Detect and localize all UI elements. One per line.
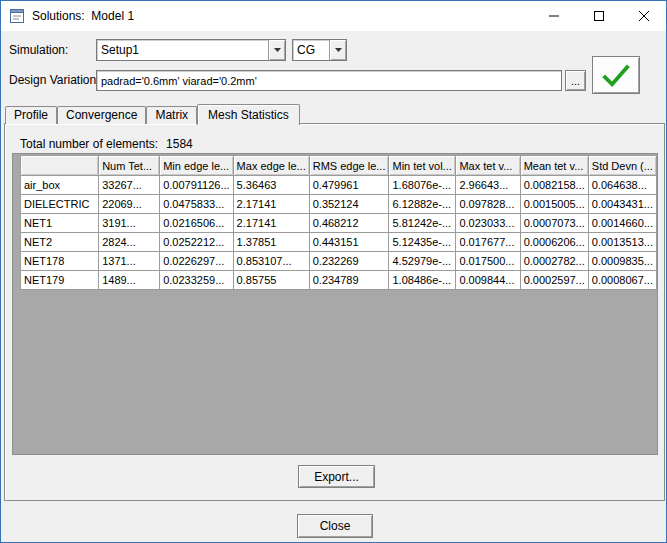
browse-variation-button[interactable]: ... bbox=[565, 70, 586, 91]
table-cell: 2.96643... bbox=[456, 176, 520, 195]
green-check-icon bbox=[599, 60, 633, 90]
row-header-cell: NET1 bbox=[21, 214, 99, 233]
table-cell: 22069... bbox=[99, 195, 160, 214]
table-cell: 0.0082158... bbox=[520, 176, 588, 195]
row-header-cell: NET178 bbox=[21, 252, 99, 271]
table-cell: 0.0002597... bbox=[520, 271, 588, 290]
column-header-cell: Max edge le... bbox=[233, 156, 309, 176]
column-header-cell: Std Devn (... bbox=[588, 156, 656, 176]
close-button[interactable]: Close bbox=[297, 514, 373, 538]
design-variation-label: Design Variation: bbox=[9, 73, 100, 87]
table-cell: 0.0006206... bbox=[520, 233, 588, 252]
table-cell: 0.0233259... bbox=[160, 271, 233, 290]
table-cell: 5.81242e-... bbox=[389, 214, 456, 233]
table-cell: 0.009844... bbox=[456, 271, 520, 290]
table-cell: 1.68076e-... bbox=[389, 176, 456, 195]
tab-profile[interactable]: Profile bbox=[5, 106, 57, 124]
table-row: DIELECTRIC22069...0.0475833...2.171410.3… bbox=[21, 195, 657, 214]
column-header-cell: Min tet vol... bbox=[389, 156, 456, 176]
tab-matrix[interactable]: Matrix bbox=[146, 106, 197, 124]
simulation-selected-value: Setup1 bbox=[97, 43, 268, 57]
column-header-cell: RMS edge le... bbox=[309, 156, 389, 176]
chevron-down-icon[interactable] bbox=[268, 40, 285, 60]
table-cell: 0.853107... bbox=[233, 252, 309, 271]
table-row: air_box33267...0.00791126...5.364630.479… bbox=[21, 176, 657, 195]
table-cell: 1489... bbox=[99, 271, 160, 290]
table-cell: 3191... bbox=[99, 214, 160, 233]
table-cell: 0.0043431... bbox=[588, 195, 656, 214]
total-elements-value: 1584 bbox=[166, 137, 193, 151]
caption-buttons bbox=[531, 1, 666, 30]
corner-header-cell bbox=[21, 156, 99, 176]
row-header-cell: NET2 bbox=[21, 233, 99, 252]
total-elements-label: Total number of elements: bbox=[20, 137, 158, 151]
table-cell: 0.0013513... bbox=[588, 233, 656, 252]
maximize-icon bbox=[594, 11, 604, 21]
table-cell: 1.37851 bbox=[233, 233, 309, 252]
mesh-grid-viewport: Num Tet...Min edge le...Max edge le...RM… bbox=[12, 153, 658, 455]
column-header-cell: Max tet v... bbox=[456, 156, 520, 176]
row-header-cell: air_box bbox=[21, 176, 99, 195]
solutions-dialog: Solutions: Model 1 Simulation: Setup1 CG… bbox=[0, 0, 667, 543]
simulation-combobox[interactable]: Setup1 bbox=[96, 39, 286, 61]
column-header-cell: Min edge le... bbox=[160, 156, 233, 176]
table-cell: 5.36463 bbox=[233, 176, 309, 195]
table-cell: 0.0002782... bbox=[520, 252, 588, 271]
mesh-statistics-table: Num Tet...Min edge le...Max edge le...RM… bbox=[20, 155, 657, 290]
table-cell: 0.0226297... bbox=[160, 252, 233, 271]
table-cell: 0.017500... bbox=[456, 252, 520, 271]
table-cell: 2.17141 bbox=[233, 195, 309, 214]
table-cell: 0.00791126... bbox=[160, 176, 233, 195]
design-variation-field[interactable] bbox=[96, 70, 562, 91]
table-cell: 0.064638... bbox=[588, 176, 656, 195]
table-cell: 0.352124 bbox=[309, 195, 389, 214]
table-cell: 0.234789 bbox=[309, 271, 389, 290]
table-cell: 2824... bbox=[99, 233, 160, 252]
table-row: NET13191...0.0216506...2.171410.4682125.… bbox=[21, 214, 657, 233]
table-row: NET1791489...0.0233259...0.857550.234789… bbox=[21, 271, 657, 290]
table-cell: 0.0007073... bbox=[520, 214, 588, 233]
tab-mesh-statistics[interactable]: Mesh Statistics bbox=[197, 104, 300, 125]
table-cell: 0.0475833... bbox=[160, 195, 233, 214]
row-header-cell: DIELECTRIC bbox=[21, 195, 99, 214]
export-button[interactable]: Export... bbox=[298, 465, 375, 488]
table-header-row: Num Tet...Min edge le...Max edge le...RM… bbox=[21, 156, 657, 176]
column-header-cell: Mean tet v... bbox=[520, 156, 588, 176]
minimize-icon bbox=[549, 11, 559, 21]
table-cell: 1.08486e-... bbox=[389, 271, 456, 290]
table-cell: 0.0009835... bbox=[588, 252, 656, 271]
maximize-button[interactable] bbox=[576, 1, 621, 30]
close-window-button[interactable] bbox=[621, 1, 666, 30]
table-cell: 0.0014660... bbox=[588, 214, 656, 233]
table-cell: 33267... bbox=[99, 176, 160, 195]
table-row: NET22824...0.0252212...1.378510.4431515.… bbox=[21, 233, 657, 252]
table-cell: 0.232269 bbox=[309, 252, 389, 271]
table-row: NET1781371...0.0226297...0.853107...0.23… bbox=[21, 252, 657, 271]
table-cell: 5.12435e-... bbox=[389, 233, 456, 252]
table-cell: 0.443151 bbox=[309, 233, 389, 252]
solution-type-selected-value: CG bbox=[293, 43, 329, 57]
tab-strip: Profile Convergence Matrix Mesh Statisti… bbox=[5, 103, 300, 124]
table-cell: 0.0216506... bbox=[160, 214, 233, 233]
table-cell: 4.52979e-... bbox=[389, 252, 456, 271]
solution-type-combobox[interactable]: CG bbox=[292, 39, 347, 61]
chevron-down-icon[interactable] bbox=[329, 40, 346, 60]
table-cell: 0.0015005... bbox=[520, 195, 588, 214]
minimize-button[interactable] bbox=[531, 1, 576, 30]
tab-convergence[interactable]: Convergence bbox=[57, 106, 146, 124]
table-cell: 0.468212 bbox=[309, 214, 389, 233]
table-cell: 0.017677... bbox=[456, 233, 520, 252]
total-elements-line: Total number of elements:1584 bbox=[20, 137, 193, 151]
table-cell: 2.17141 bbox=[233, 214, 309, 233]
table-cell: 1371... bbox=[99, 252, 160, 271]
close-icon bbox=[639, 11, 649, 21]
titlebar: Solutions: Model 1 bbox=[1, 1, 666, 31]
table-cell: 0.097828... bbox=[456, 195, 520, 214]
table-cell: 0.85755 bbox=[233, 271, 309, 290]
mesh-statistics-panel: Total number of elements:1584 Num Tet...… bbox=[4, 123, 665, 501]
window-title: Solutions: Model 1 bbox=[32, 9, 134, 23]
table-cell: 0.023033... bbox=[456, 214, 520, 233]
valid-check-button[interactable] bbox=[592, 56, 640, 94]
window-icon bbox=[9, 8, 25, 24]
row-header-cell: NET179 bbox=[21, 271, 99, 290]
